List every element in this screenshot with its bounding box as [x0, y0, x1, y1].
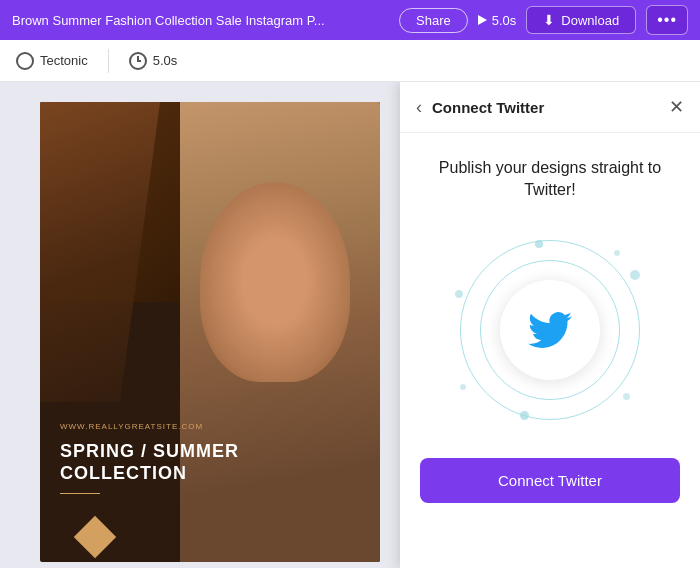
dot-1 [535, 240, 543, 248]
duration-item: 5.0s [129, 52, 178, 70]
dot-3 [630, 270, 640, 280]
download-icon: ⬇ [543, 12, 555, 28]
design-title-line2: COLLECTION [60, 463, 239, 485]
dot-2 [614, 250, 620, 256]
duration-secondary: 5.0s [153, 53, 178, 68]
panel-header: ‹ Connect Twitter ✕ [400, 82, 700, 133]
design-website: WWW.REALLYGREATSITE.COM [60, 422, 239, 431]
document-title: Brown Summer Fashion Collection Sale Ins… [12, 13, 389, 28]
panel-body: Publish your designs straight to Twitter… [400, 133, 700, 568]
connect-twitter-button[interactable]: Connect Twitter [420, 458, 680, 503]
play-icon [478, 15, 487, 25]
design-title-line1: SPRING / SUMMER [60, 441, 239, 463]
panel-back-button[interactable]: ‹ [416, 97, 422, 118]
duration-value: 5.0s [492, 13, 517, 28]
duration-display: 5.0s [478, 13, 517, 28]
more-options-button[interactable]: ••• [646, 5, 688, 35]
dot-4 [623, 393, 630, 400]
clock-icon [129, 52, 147, 70]
design-text: WWW.REALLYGREATSITE.COM SPRING / SUMMER … [60, 422, 239, 502]
download-label: Download [561, 13, 619, 28]
panel-close-button[interactable]: ✕ [669, 96, 684, 118]
share-button[interactable]: Share [399, 8, 468, 33]
font-item: Tectonic [16, 52, 88, 70]
dot-6 [460, 384, 466, 390]
top-bar: Brown Summer Fashion Collection Sale Ins… [0, 0, 700, 40]
design-diamond [74, 516, 116, 558]
secondary-toolbar: Tectonic 5.0s [0, 40, 700, 82]
download-button[interactable]: ⬇ Download [526, 6, 636, 34]
design-divider [60, 493, 100, 495]
twitter-graphic [450, 230, 650, 430]
panel-description: Publish your designs straight to Twitter… [420, 157, 680, 202]
font-icon [16, 52, 34, 70]
twitter-bird-icon [524, 308, 576, 352]
canvas-area: WWW.REALLYGREATSITE.COM SPRING / SUMMER … [0, 82, 700, 568]
font-name: Tectonic [40, 53, 88, 68]
toolbar-divider [108, 49, 109, 73]
dot-7 [455, 290, 463, 298]
twitter-logo-circle [500, 280, 600, 380]
twitter-connect-panel: ‹ Connect Twitter ✕ Publish your designs… [400, 82, 700, 568]
design-preview: WWW.REALLYGREATSITE.COM SPRING / SUMMER … [40, 102, 380, 562]
dot-5 [520, 411, 529, 420]
panel-title: Connect Twitter [432, 99, 659, 116]
